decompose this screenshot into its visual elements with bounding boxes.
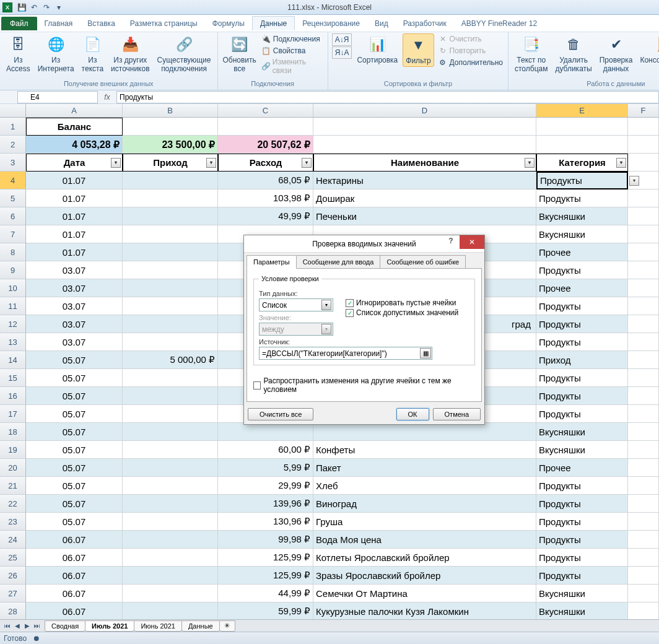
last-sheet-icon[interactable]: ⏭ (32, 621, 42, 631)
clear-filter-button[interactable]: ✕Очистить (437, 33, 504, 45)
filter-dropdown-icon[interactable]: ▾ (525, 158, 535, 168)
cell[interactable] (628, 136, 659, 154)
cell[interactable]: Доширак (313, 189, 536, 207)
cell[interactable] (628, 567, 659, 585)
cell[interactable] (123, 423, 218, 441)
cell[interactable]: 05.07 (26, 513, 123, 531)
cell[interactable]: Вкусняшки (536, 423, 628, 441)
sheet-tab[interactable]: Сводная (45, 620, 85, 632)
filter-dropdown-icon[interactable]: ▾ (302, 158, 312, 168)
row-header[interactable]: 16 (0, 387, 26, 405)
cell[interactable]: Продукты (536, 297, 628, 315)
cell[interactable]: 68,05 ₽ (218, 172, 313, 189)
cell[interactable] (536, 118, 628, 136)
menu-tab-Рецензирование[interactable]: Рецензирование (295, 17, 367, 30)
cell[interactable] (628, 441, 659, 459)
validation-dropdown-icon[interactable]: ▾ (629, 176, 639, 186)
cell[interactable]: Продукты (536, 189, 628, 207)
cell[interactable]: Продукты (536, 333, 628, 351)
cell[interactable] (123, 387, 218, 405)
cell[interactable]: 139,96 ₽ (218, 495, 313, 513)
cell[interactable]: Продукты (536, 261, 628, 279)
row-header[interactable]: 18 (0, 423, 26, 441)
cell[interactable] (628, 351, 659, 369)
cell[interactable]: 05.07 (26, 405, 123, 423)
row-header[interactable]: 19 (0, 441, 26, 459)
cell[interactable] (628, 549, 659, 567)
text-to-columns-button[interactable]: 📑Текст по столбцам (512, 33, 550, 74)
sort-za-button[interactable]: Я↓А (332, 46, 352, 59)
cell[interactable] (628, 154, 659, 172)
row-header[interactable]: 10 (0, 279, 26, 297)
cell[interactable]: 06.07 (26, 567, 123, 585)
cell[interactable] (123, 243, 218, 261)
help-icon[interactable]: ? (445, 237, 457, 245)
sort-button[interactable]: 📊Сортировка (354, 33, 400, 66)
cell[interactable]: 03.07 (26, 261, 123, 279)
cell[interactable]: 03.07 (26, 297, 123, 315)
cell[interactable] (628, 531, 659, 549)
formula-bar[interactable]: Продукты (116, 91, 659, 103)
cell[interactable] (628, 261, 659, 279)
connections-button[interactable]: 🔌Подключения (260, 33, 324, 45)
cell[interactable]: Приход▾ (123, 154, 218, 172)
row-header[interactable]: 1 (0, 118, 26, 136)
sort-az-button[interactable]: А↓Я (332, 33, 352, 46)
cell[interactable] (123, 567, 218, 585)
cell[interactable] (123, 459, 218, 477)
column-header-C[interactable]: C (218, 104, 313, 117)
file-tab[interactable]: Файл (1, 17, 37, 30)
row-header[interactable]: 25 (0, 549, 26, 567)
apply-changes-checkbox[interactable]: Распространить изменения на другие ячейк… (253, 376, 475, 394)
cell[interactable]: 06.07 (26, 585, 123, 603)
cell[interactable] (123, 225, 218, 243)
cell[interactable]: 44,99 ₽ (218, 585, 313, 603)
save-icon[interactable]: 💾 (16, 2, 27, 13)
row-header[interactable]: 24 (0, 531, 26, 549)
sheet-tab[interactable]: Июль 2021 (85, 620, 134, 632)
macro-record-icon[interactable]: ⏺ (33, 634, 40, 643)
prev-sheet-icon[interactable]: ◀ (12, 621, 22, 631)
row-header[interactable]: 26 (0, 567, 26, 585)
row-header[interactable]: 2 (0, 136, 26, 154)
from-text-button[interactable]: 📄Из текста (79, 33, 106, 74)
existing-connections-button[interactable]: 🔗Существующие подключения (155, 33, 214, 74)
cell[interactable] (123, 477, 218, 495)
column-header-E[interactable]: E (536, 104, 628, 117)
cell[interactable]: Вкусняшки (536, 603, 628, 620)
fx-icon[interactable]: fx (98, 93, 116, 102)
cell[interactable]: 03.07 (26, 333, 123, 351)
cell[interactable] (123, 279, 218, 297)
cell[interactable]: Продукты (536, 387, 628, 405)
name-box[interactable]: E4 (17, 91, 98, 103)
row-header[interactable]: 9 (0, 261, 26, 279)
cell[interactable] (123, 549, 218, 567)
cell[interactable]: 125,99 ₽ (218, 567, 313, 585)
cell[interactable]: 59,99 ₽ (218, 603, 313, 620)
column-header-B[interactable]: B (123, 104, 218, 117)
cell[interactable] (313, 136, 536, 154)
cell[interactable]: Прочее (536, 243, 628, 261)
sheet-tab[interactable]: Июнь 2021 (134, 620, 182, 632)
cell[interactable] (628, 495, 659, 513)
first-sheet-icon[interactable]: ⏮ (2, 621, 12, 631)
cell[interactable] (123, 513, 218, 531)
row-header[interactable]: 28 (0, 603, 26, 620)
cell[interactable]: 125,99 ₽ (218, 549, 313, 567)
cell[interactable]: Груша (313, 513, 536, 531)
tab-error-alert[interactable]: Сообщение об ошибке (380, 255, 466, 269)
row-header[interactable]: 22 (0, 495, 26, 513)
remove-duplicates-button[interactable]: 🗑Удалить дубликаты (552, 33, 594, 74)
cell[interactable] (123, 172, 218, 189)
cell[interactable]: Вода Моя цена (313, 531, 536, 549)
cell[interactable] (123, 441, 218, 459)
row-header[interactable]: 5 (0, 189, 26, 207)
cell[interactable]: Семечки От Мартина (313, 585, 536, 603)
cell[interactable] (628, 423, 659, 441)
cell[interactable] (123, 585, 218, 603)
cell[interactable] (628, 207, 659, 225)
cell[interactable] (628, 513, 659, 531)
cell[interactable]: 05.07 (26, 351, 123, 369)
row-header[interactable]: 11 (0, 297, 26, 315)
cell[interactable] (628, 243, 659, 261)
